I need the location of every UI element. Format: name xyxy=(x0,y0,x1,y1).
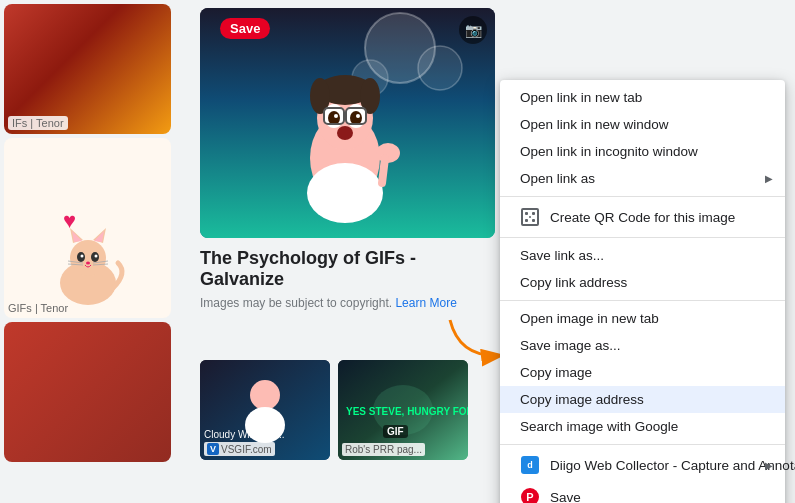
thumb1-label: VSGIF.com xyxy=(221,444,272,455)
bottom-thumb-2: YES STEVE, HUNGRY FOR GIF Rob's PRR pag.… xyxy=(338,360,468,460)
main-subtitle: Images may be subject to copyright. Lear… xyxy=(200,296,495,310)
menu-copy-image-address-label: Copy image address xyxy=(520,392,644,407)
menu-diigo-label: Diigo Web Collector - Capture and Annota… xyxy=(550,458,795,473)
main-title: The Psychology of GIFs - Galvanize xyxy=(200,248,495,290)
menu-pinterest-save-label: Save xyxy=(550,490,581,504)
menu-pinterest-save[interactable]: P Save xyxy=(500,481,785,503)
cat-svg: ♥ xyxy=(33,198,143,318)
thumb-label-1: IFs | Tenor xyxy=(8,116,68,130)
menu-save-image-as[interactable]: Save image as... xyxy=(500,332,785,359)
menu-search-image[interactable]: Search image with Google xyxy=(500,413,785,440)
menu-open-new-tab[interactable]: Open link in new tab xyxy=(500,84,785,111)
main-image: Save xyxy=(200,8,495,238)
menu-diigo[interactable]: d Diigo Web Collector - Capture and Anno… xyxy=(500,449,785,481)
menu-open-incognito-label: Open link in incognito window xyxy=(520,144,698,159)
menu-open-new-window-label: Open link in new window xyxy=(520,117,669,132)
svg-point-10 xyxy=(94,255,97,258)
svg-point-29 xyxy=(350,111,362,125)
thumb-card-3 xyxy=(4,322,171,462)
menu-open-new-tab-label: Open link in new tab xyxy=(520,90,642,105)
subtitle-text: Images may be subject to copyright. xyxy=(200,296,392,310)
context-menu: Open link in new tab Open link in new wi… xyxy=(500,80,785,503)
qr-icon xyxy=(520,207,540,227)
left-sidebar: IFs | Tenor ♥ xyxy=(0,0,175,503)
svg-point-31 xyxy=(356,114,360,118)
save-badge[interactable]: Save xyxy=(220,18,270,39)
learn-more-link[interactable]: Learn More xyxy=(395,296,456,310)
svg-text:YES STEVE, HUNGRY FOR: YES STEVE, HUNGRY FOR xyxy=(346,406,468,417)
svg-point-18 xyxy=(418,46,462,90)
bottom-thumb-1: V VSGIF.com Cloudy With A C... xyxy=(200,360,330,460)
main-text-area: The Psychology of GIFs - Galvanize Image… xyxy=(200,248,495,310)
menu-open-image-tab-label: Open image in new tab xyxy=(520,311,659,326)
bottom-thumbnails: V VSGIF.com Cloudy With A C... YES STEVE… xyxy=(200,360,468,460)
cat-image: ♥ xyxy=(4,138,171,318)
svg-point-39 xyxy=(250,380,280,410)
menu-copy-link-label: Copy link address xyxy=(520,275,627,290)
svg-point-28 xyxy=(328,111,340,125)
menu-divider-1 xyxy=(500,196,785,197)
menu-save-image-as-label: Save image as... xyxy=(520,338,621,353)
menu-open-incognito[interactable]: Open link in incognito window xyxy=(500,138,785,165)
menu-open-as-label: Open link as xyxy=(520,171,595,186)
svg-point-30 xyxy=(334,114,338,118)
menu-divider-4 xyxy=(500,444,785,445)
gif-badge: GIF xyxy=(383,425,408,438)
menu-create-qr[interactable]: Create QR Code for this image xyxy=(500,201,785,233)
svg-point-11 xyxy=(86,262,90,265)
svg-point-2 xyxy=(70,240,106,276)
svg-point-9 xyxy=(80,255,83,258)
svg-point-32 xyxy=(337,126,353,140)
camera-icon: 📷 xyxy=(459,16,487,44)
menu-divider-3 xyxy=(500,300,785,301)
thumb-card-2: ♥ xyxy=(4,138,171,318)
menu-copy-link[interactable]: Copy link address xyxy=(500,269,785,296)
svg-text:♥: ♥ xyxy=(63,208,76,233)
menu-open-image-tab[interactable]: Open image in new tab xyxy=(500,305,785,332)
thumb-label-2: GIFs | Tenor xyxy=(8,302,68,314)
pinterest-icon: P xyxy=(520,487,540,503)
thumb-card-1: IFs | Tenor xyxy=(4,4,171,134)
menu-open-new-window[interactable]: Open link in new window xyxy=(500,111,785,138)
svg-point-21 xyxy=(307,163,383,223)
main-image-svg xyxy=(200,8,495,238)
diigo-icon: d xyxy=(520,455,540,475)
menu-copy-image-label: Copy image xyxy=(520,365,592,380)
menu-save-link-as-label: Save link as... xyxy=(520,248,604,263)
menu-open-as[interactable]: Open link as xyxy=(500,165,785,192)
menu-search-image-label: Search image with Google xyxy=(520,419,678,434)
menu-copy-image-address[interactable]: Copy image address xyxy=(500,386,785,413)
menu-copy-image[interactable]: Copy image xyxy=(500,359,785,386)
thumb2-label: Rob's PRR pag... xyxy=(342,443,425,456)
thumb-vsgif-label: V VSGIF.com xyxy=(204,442,275,456)
menu-save-link-as[interactable]: Save link as... xyxy=(500,242,785,269)
svg-line-37 xyxy=(382,158,385,183)
thumb1-title: Cloudy With A C... xyxy=(204,429,285,440)
menu-create-qr-label: Create QR Code for this image xyxy=(550,210,735,225)
menu-divider-2 xyxy=(500,237,785,238)
